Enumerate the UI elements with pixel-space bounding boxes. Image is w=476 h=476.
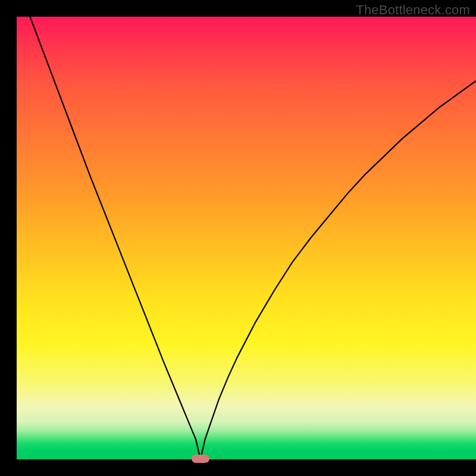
curve-svg <box>17 17 476 459</box>
minimum-marker <box>192 455 209 463</box>
bottleneck-curve <box>17 17 476 459</box>
plot-area <box>17 17 476 459</box>
watermark-text: TheBottleneck.com <box>356 2 470 18</box>
chart-container: TheBottleneck.com <box>0 0 476 476</box>
